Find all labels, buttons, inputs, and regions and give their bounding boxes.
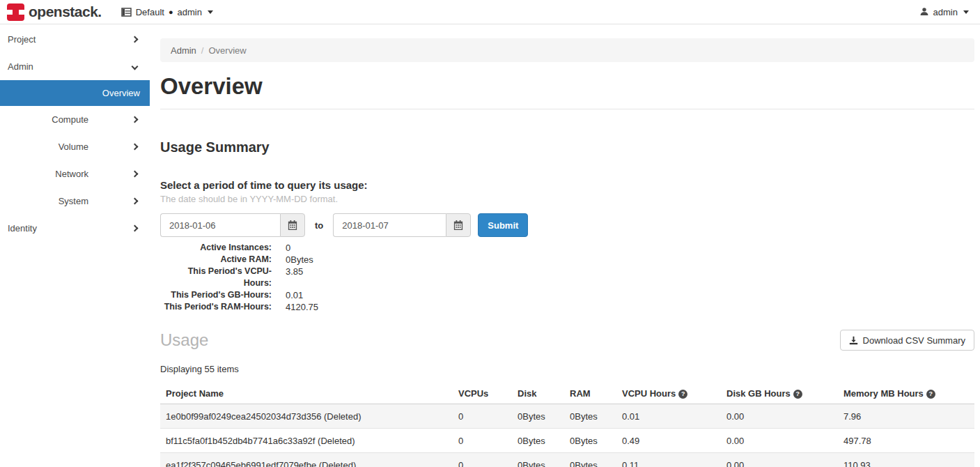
context-switcher[interactable]: Default ● admin bbox=[121, 7, 213, 17]
usage-table-header-bar: Usage Download CSV Summary bbox=[160, 330, 974, 351]
sidebar-item-label: Volume bbox=[59, 141, 88, 152]
stat-row-active-instances: Active Instances: 0 bbox=[160, 242, 974, 254]
col-memory-mb-hours[interactable]: Memory MB Hours? bbox=[838, 383, 974, 404]
sidebar-item-label: Network bbox=[55, 169, 88, 179]
sidebar-item-network[interactable]: Network bbox=[0, 160, 150, 187]
col-project-name[interactable]: Project Name bbox=[160, 383, 453, 404]
col-disk-gb-hours[interactable]: Disk GB Hours? bbox=[721, 383, 838, 404]
col-vcpus[interactable]: VCPUs bbox=[453, 383, 512, 404]
openstack-brand[interactable]: openstack. bbox=[7, 3, 102, 21]
date-to-group bbox=[333, 213, 471, 237]
date-to-calendar-addon[interactable] bbox=[446, 213, 471, 237]
caret-down-icon bbox=[963, 10, 969, 14]
date-to-input[interactable] bbox=[333, 213, 446, 237]
cell-memory-mb-hours: 110.93 bbox=[838, 453, 974, 467]
sidebar-item-overview-active[interactable]: Overview bbox=[0, 80, 150, 106]
download-csv-button[interactable]: Download CSV Summary bbox=[840, 330, 974, 351]
stat-label: This Period's GB-Hours: bbox=[160, 289, 272, 301]
context-domain: Default bbox=[136, 7, 164, 17]
cell-memory-mb-hours: 497.78 bbox=[838, 429, 974, 453]
stat-label: This Period's VCPU-Hours: bbox=[160, 266, 272, 289]
cell-project-name: ea1f2f357c09465eb6991edf7079efbe (Delete… bbox=[160, 453, 453, 467]
breadcrumb-admin-link[interactable]: Admin bbox=[171, 45, 196, 56]
cell-disk-gb-hours: 0.00 bbox=[721, 429, 838, 453]
col-ram[interactable]: RAM bbox=[564, 383, 616, 404]
sidebar-item-label: Overview bbox=[102, 88, 140, 98]
cell-project-name: bf11c5fa0f1b452db4b7741a6c33a92f (Delete… bbox=[160, 429, 453, 453]
cell-vcpus: 0 bbox=[453, 429, 512, 453]
stat-row-vcpu-hours: This Period's VCPU-Hours: 3.85 bbox=[160, 266, 974, 289]
stat-value: 0Bytes bbox=[286, 254, 313, 266]
date-from-group bbox=[160, 213, 305, 237]
sidebar-item-compute[interactable]: Compute bbox=[0, 106, 150, 133]
context-bullet-icon: ● bbox=[169, 8, 173, 16]
stat-value: 4120.75 bbox=[286, 301, 318, 313]
table-header-row: Project Name VCPUs Disk RAM VCPU Hours? … bbox=[160, 383, 974, 404]
stat-label: Active RAM: bbox=[160, 254, 272, 266]
side-navigation: Project Admin Overview Compute Volume Ne… bbox=[0, 24, 150, 467]
date-format-hint: The date should be in YYYY-MM-DD format. bbox=[160, 194, 974, 204]
user-name: admin bbox=[933, 7, 958, 17]
page-title: Overview bbox=[160, 73, 974, 100]
sidebar-item-system[interactable]: System bbox=[0, 187, 150, 215]
openstack-logo-icon bbox=[7, 3, 24, 21]
breadcrumb: Admin / Overview bbox=[160, 38, 974, 62]
stat-value: 0.01 bbox=[286, 289, 303, 301]
cell-disk: 0Bytes bbox=[512, 453, 564, 467]
date-from-calendar-addon[interactable] bbox=[280, 213, 305, 237]
usage-table-heading: Usage bbox=[160, 330, 208, 350]
cell-vcpu-hours: 0.49 bbox=[616, 429, 721, 453]
col-label: VCPU Hours bbox=[622, 388, 676, 399]
context-project: admin bbox=[178, 7, 202, 17]
col-disk[interactable]: Disk bbox=[512, 383, 564, 404]
main-content: Admin / Overview Overview Usage Summary … bbox=[150, 24, 980, 467]
stat-value: 3.85 bbox=[286, 266, 303, 289]
cell-vcpu-hours: 0.11 bbox=[616, 453, 721, 467]
cell-ram: 0Bytes bbox=[564, 453, 616, 467]
table-row: bf11c5fa0f1b452db4b7741a6c33a92f (Delete… bbox=[160, 429, 974, 453]
question-circle-icon[interactable]: ? bbox=[926, 390, 935, 399]
usage-stats: Active Instances: 0 Active RAM: 0Bytes T… bbox=[160, 242, 974, 313]
to-label: to bbox=[315, 220, 323, 231]
cell-vcpu-hours: 0.01 bbox=[616, 404, 721, 429]
stat-row-gb-hours: This Period's GB-Hours: 0.01 bbox=[160, 289, 974, 301]
sidebar-item-label: Identity bbox=[8, 223, 37, 234]
sidebar-item-label: Compute bbox=[52, 114, 88, 125]
date-from-input[interactable] bbox=[160, 213, 280, 237]
user-menu[interactable]: admin bbox=[919, 7, 969, 17]
calendar-icon bbox=[453, 220, 463, 230]
stat-label: This Period's RAM-Hours: bbox=[160, 301, 272, 313]
cell-project-name: 1e0b0f99af0249cea24502034d73d356 (Delete… bbox=[160, 404, 453, 429]
breadcrumb-current: Overview bbox=[208, 45, 246, 56]
submit-button[interactable]: Submit bbox=[478, 213, 528, 237]
chevron-right-icon bbox=[132, 198, 139, 205]
cell-vcpus: 0 bbox=[453, 404, 512, 429]
stat-label: Active Instances: bbox=[160, 242, 272, 254]
stat-value: 0 bbox=[286, 242, 290, 254]
sidebar-item-identity[interactable]: Identity bbox=[0, 215, 150, 242]
sidebar-item-project[interactable]: Project bbox=[0, 26, 150, 53]
breadcrumb-separator: / bbox=[201, 45, 204, 56]
chevron-right-icon bbox=[132, 36, 139, 43]
table-row: 1e0b0f99af0249cea24502034d73d356 (Delete… bbox=[160, 404, 974, 429]
th-list-icon bbox=[121, 8, 132, 17]
chevron-right-icon bbox=[132, 144, 139, 151]
col-label: Memory MB Hours bbox=[843, 388, 924, 399]
brand-wordmark: openstack. bbox=[29, 3, 102, 20]
cell-memory-mb-hours: 7.96 bbox=[838, 404, 974, 429]
sidebar-item-label: Admin bbox=[8, 61, 33, 72]
usage-table: Project Name VCPUs Disk RAM VCPU Hours? … bbox=[160, 383, 974, 467]
table-row: ea1f2f357c09465eb6991edf7079efbe (Delete… bbox=[160, 453, 974, 467]
sidebar-item-volume[interactable]: Volume bbox=[0, 133, 150, 160]
chevron-right-icon bbox=[132, 225, 139, 232]
question-circle-icon[interactable]: ? bbox=[793, 390, 802, 399]
usage-summary-heading: Usage Summary bbox=[160, 139, 974, 155]
question-circle-icon[interactable]: ? bbox=[678, 390, 687, 399]
col-label: Disk GB Hours bbox=[726, 388, 791, 399]
download-icon bbox=[849, 336, 858, 345]
sidebar-item-admin[interactable]: Admin bbox=[0, 53, 150, 80]
col-vcpu-hours[interactable]: VCPU Hours? bbox=[616, 383, 721, 404]
cell-disk: 0Bytes bbox=[512, 429, 564, 453]
chevron-right-icon bbox=[132, 171, 139, 178]
items-count: Displaying 55 items bbox=[160, 364, 974, 374]
